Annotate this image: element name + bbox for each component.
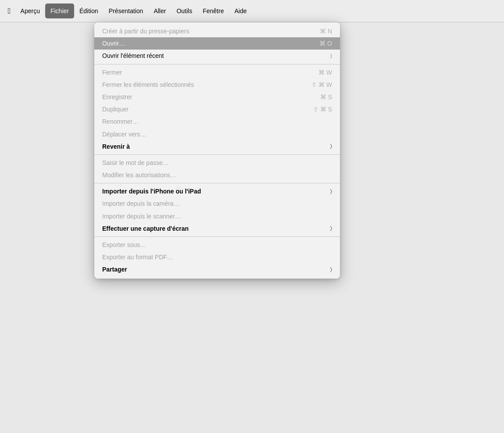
menubar-item-aide[interactable]: Aide bbox=[229, 4, 252, 18]
menu-item-importer-camera[interactable]: Importer depuis la caméra… bbox=[94, 197, 340, 210]
menubar-item-fichier[interactable]: Fichier bbox=[45, 4, 74, 18]
menu-item-capture[interactable]: Effectuer une capture d'écran 〉 bbox=[94, 222, 340, 235]
menubar-item-presentation[interactable]: Présentation bbox=[104, 4, 149, 18]
menu-item-partager[interactable]: Partager 〉 bbox=[94, 263, 340, 276]
menu-item-renommer[interactable]: Renommer… bbox=[94, 115, 340, 128]
separator-4 bbox=[94, 236, 340, 237]
menu-item-ouvrir-recent[interactable]: Ouvrir l'élément récent 〉 bbox=[94, 50, 340, 62]
dropdown-menu: Créer à partir du presse-papiers ⌘ N Ouv… bbox=[94, 22, 340, 279]
menu-item-enregistrer[interactable]: Enregistrer ⌘ S bbox=[94, 91, 340, 103]
menubar-item-fenetre[interactable]: Fenêtre bbox=[197, 4, 229, 18]
menu-item-importer-scanner[interactable]: Importer depuis le scanner… bbox=[94, 210, 340, 222]
menubar-item-edition[interactable]: Édition bbox=[74, 4, 104, 18]
menu-item-fermer[interactable]: Fermer ⌘ W bbox=[94, 66, 340, 79]
menubar:  Aperçu Fichier Édition Présentation Al… bbox=[0, 0, 504, 22]
separator-2 bbox=[94, 154, 340, 155]
menu-item-deplacer[interactable]: Déplacer vers… bbox=[94, 128, 340, 140]
menu-item-importer-iphone[interactable]: Importer depuis l'iPhone ou l'iPad 〉 bbox=[94, 185, 340, 197]
separator-1 bbox=[94, 64, 340, 64]
menu-item-dupliquer[interactable]: Dupliquer ⇧ ⌘ S bbox=[94, 103, 340, 115]
menubar-item-outils[interactable]: Outils bbox=[171, 4, 197, 18]
fichier-dropdown: Créer à partir du presse-papiers ⌘ N Ouv… bbox=[94, 22, 340, 279]
menubar-item-aller[interactable]: Aller bbox=[148, 4, 171, 18]
menu-item-ouvrir[interactable]: Ouvrir… ⌘ O bbox=[94, 37, 340, 50]
menu-item-creer[interactable]: Créer à partir du presse-papiers ⌘ N bbox=[94, 25, 340, 37]
submenu-arrow-ouvrir-recent: 〉 bbox=[330, 53, 332, 60]
menu-item-saisir-mdp[interactable]: Saisir le mot de passe… bbox=[94, 157, 340, 169]
menu-item-revenir[interactable]: Revenir à 〉 bbox=[94, 140, 340, 153]
menu-item-fermer-elements[interactable]: Fermer les éléments sélectionnés ⇧ ⌘ W bbox=[94, 79, 340, 91]
menu-item-modifier-autorisations[interactable]: Modifier les autorisations… bbox=[94, 169, 340, 181]
menubar-item-apercu[interactable]: Aperçu bbox=[15, 4, 45, 18]
submenu-arrow-importer-iphone: 〉 bbox=[330, 188, 332, 195]
menu-item-exporter-sous[interactable]: Exporter sous… bbox=[94, 239, 340, 251]
submenu-arrow-capture: 〉 bbox=[330, 225, 332, 232]
apple-menu-item[interactable]:  bbox=[4, 4, 15, 18]
separator-3 bbox=[94, 183, 340, 183]
submenu-arrow-partager: 〉 bbox=[330, 266, 332, 273]
menu-item-exporter-pdf[interactable]: Exporter au format PDF… bbox=[94, 251, 340, 263]
submenu-arrow-revenir: 〉 bbox=[330, 143, 332, 150]
